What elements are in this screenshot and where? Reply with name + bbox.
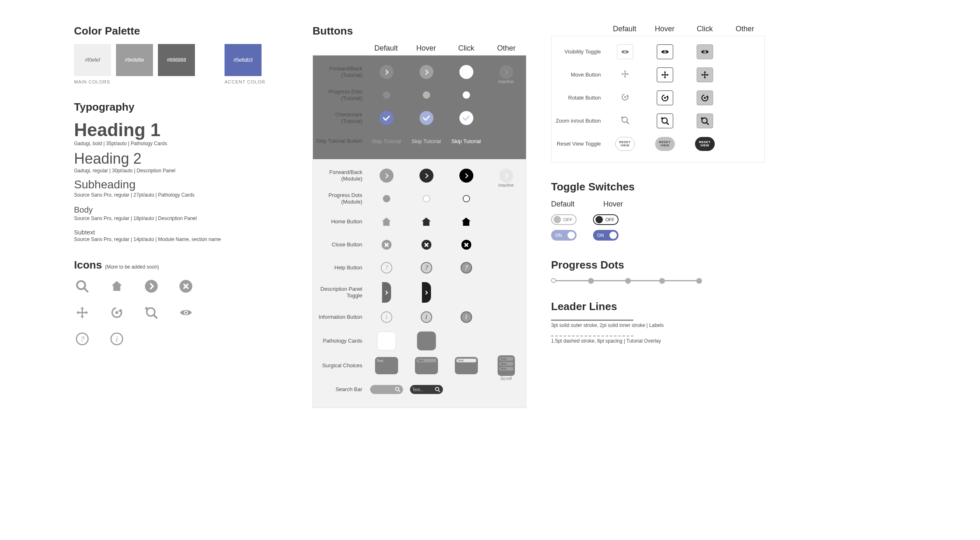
typography-section: Typography Heading 1 Gadugi, bold | 35pt… (74, 101, 288, 242)
visibility-hover[interactable] (657, 44, 673, 59)
h1-meta: Gadugi, bold | 35pt/auto | Pathology Car… (74, 141, 288, 146)
visibility-click[interactable] (697, 44, 713, 59)
progress-dot-2[interactable] (588, 278, 594, 284)
home-default[interactable] (382, 218, 391, 226)
row-zoom: Zoom in/out Button (551, 118, 605, 124)
info-click[interactable]: i (461, 311, 472, 323)
switch-on-hover[interactable]: ON (593, 230, 619, 241)
desc-toggle-default[interactable] (382, 282, 391, 303)
desc-toggle-hover[interactable] (422, 282, 431, 303)
close-circle-icon (178, 278, 194, 294)
path-card-hover[interactable] (417, 331, 436, 350)
check-hover[interactable] (419, 111, 433, 125)
leader-solid-meta: 3pt solid outer stroke, 2pt solid inner … (551, 322, 765, 328)
col-default: Default (366, 44, 406, 53)
swatch-accent: #5e6db3 (225, 44, 262, 76)
visibility-default[interactable] (617, 44, 633, 59)
reset-hover[interactable]: RESETVIEW (655, 137, 675, 151)
home-hover[interactable] (422, 218, 431, 226)
close-hover[interactable] (422, 240, 431, 250)
buttons-column: Buttons Default Hover Click Other Forwar… (313, 25, 526, 408)
check-default[interactable] (380, 111, 394, 125)
switch-on-default[interactable]: ON (551, 230, 577, 241)
row-progress-tutorial: Progress Dots (Tutorial) (313, 88, 366, 102)
right-state-headers: Default Hover Click Other (551, 25, 765, 33)
palette-title: Color Palette (74, 25, 288, 37)
close-click[interactable] (461, 240, 471, 250)
search-default[interactable] (370, 385, 403, 394)
home-icon (109, 278, 125, 294)
skip-hover[interactable]: Skip Tutorial (412, 138, 441, 144)
forward-module-hover[interactable] (419, 169, 433, 183)
surg-hover[interactable]: Text (415, 357, 438, 374)
inactive-caption: Inactive (498, 79, 514, 84)
reset-click[interactable]: RESETVIEW (695, 137, 715, 151)
reset-default[interactable]: RESETVIEW (615, 137, 635, 151)
path-card-default[interactable] (377, 331, 396, 350)
progress-dot-3[interactable] (625, 278, 631, 284)
help-default[interactable]: ? (381, 262, 392, 273)
move-default[interactable] (621, 70, 630, 80)
row-progress-module: Progress Dots (Module) (313, 192, 366, 206)
search-hover[interactable]: Text... (410, 385, 443, 394)
icons-title: Icons (More to be added soon) (74, 259, 288, 271)
scroll-caption: Scroll (500, 376, 512, 381)
info-default[interactable]: i (381, 311, 392, 323)
surg-click[interactable]: Text (455, 357, 478, 374)
dot-module-click[interactable] (463, 195, 470, 202)
zoom-default[interactable] (621, 116, 630, 126)
zoom-hover[interactable] (657, 114, 673, 128)
row-visibility: Visibility Toggle (551, 49, 605, 55)
dot-module-default[interactable] (383, 195, 390, 202)
help-click[interactable]: ? (461, 262, 472, 273)
progress-dot-4[interactable] (659, 278, 665, 284)
home-click[interactable] (462, 218, 471, 226)
row-skip-tutorial: Skip Tutorial Button (313, 138, 366, 144)
progress-dot-1[interactable] (551, 278, 556, 283)
row-checkmark-tutorial: Checkmark (Tutorial) (313, 111, 366, 125)
row-desc-toggle: Description Panel Toggle (313, 286, 366, 299)
row-forward-back-tutorial: Forward/Back (Tutorial) (313, 65, 366, 79)
typography-title: Typography (74, 101, 288, 114)
row-reset-view: Reset View Toggle (551, 141, 605, 147)
dot-module-hover[interactable] (423, 195, 430, 202)
buttons-title: Buttons (313, 25, 526, 37)
inactive-caption-2: Inactive (498, 183, 514, 188)
rotate-hover[interactable] (657, 90, 673, 105)
rcol-default: Default (605, 25, 645, 33)
move-hover[interactable] (657, 67, 673, 82)
help-hover[interactable]: ? (421, 262, 432, 273)
dot-tutorial-click[interactable] (463, 91, 470, 99)
swatch-2: #9e9d9e (116, 44, 153, 76)
leader-solid (551, 320, 633, 321)
skip-default[interactable]: Skip Tutorial (372, 138, 401, 144)
subheading-meta: Source Sans Pro, regular | 27pt/auto | P… (74, 192, 288, 198)
zoom-click[interactable] (697, 114, 713, 128)
rotate-click[interactable] (697, 90, 713, 105)
surg-scroll[interactable]: TextTextText (498, 355, 515, 376)
forward-tutorial-click[interactable] (459, 65, 473, 79)
dot-tutorial-hover[interactable] (423, 91, 430, 99)
progress-dot-5[interactable] (696, 278, 702, 284)
move-click[interactable] (697, 67, 713, 82)
body-sample: Body (74, 205, 288, 215)
dot-tutorial-default[interactable] (383, 91, 390, 99)
rotate-default[interactable] (621, 93, 630, 103)
row-rotate: Rotate Button (551, 95, 605, 101)
switch-off-default[interactable]: OFF (551, 214, 577, 225)
check-click[interactable] (459, 111, 473, 125)
subtext-meta: Source Sans Pro, regular | 14pt/auto | M… (74, 236, 288, 242)
search-icon (74, 278, 90, 294)
switch-off-hover[interactable]: OFF (593, 214, 619, 225)
subtext-sample: Subtext (74, 229, 288, 236)
close-default[interactable] (382, 240, 392, 250)
info-hover[interactable]: i (421, 311, 432, 323)
skip-click[interactable]: Skip Tutorial (452, 138, 481, 144)
forward-tutorial-default[interactable] (380, 65, 394, 79)
forward-tutorial-hover[interactable] (419, 65, 433, 79)
chevron-circle-icon (143, 278, 160, 294)
forward-module-click[interactable] (459, 169, 473, 183)
subheading-sample: Subheading (74, 178, 288, 191)
forward-module-default[interactable] (380, 169, 394, 183)
surg-default[interactable]: Text (375, 357, 398, 374)
